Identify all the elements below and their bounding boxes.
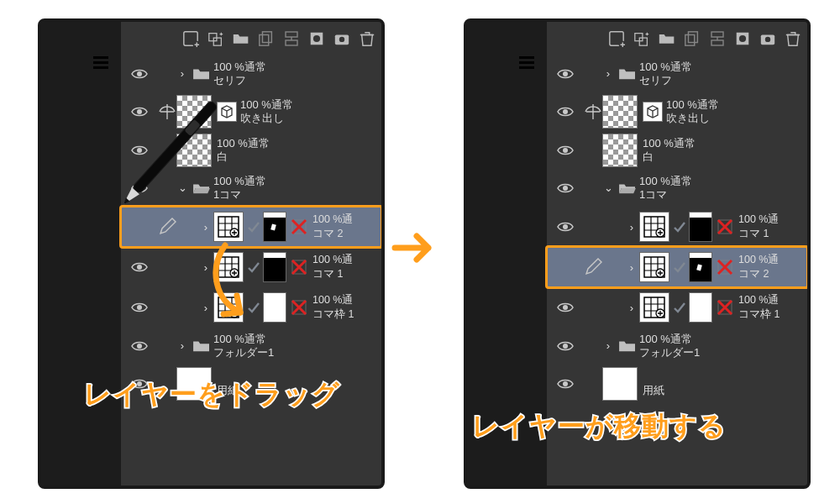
delete-button[interactable]: [356, 28, 378, 50]
mask-thumb: [689, 212, 712, 242]
new-layer-button[interactable]: [606, 28, 627, 50]
visibility-toggle[interactable]: [121, 106, 158, 118]
layer-name: コマ 1: [738, 227, 779, 241]
layer-row-folder1[interactable]: › 100 %通常フォルダー1: [547, 328, 807, 365]
mask-button[interactable]: [306, 28, 328, 50]
layer-panel-before: › 100 %通常セリフ 100 %通常吹き出し: [38, 18, 385, 489]
layer-row-paper[interactable]: .用紙: [547, 365, 807, 403]
duplicate-button[interactable]: [681, 28, 703, 50]
layer-name: 吹き出し: [240, 112, 293, 125]
caption-drag: レイヤーをドラッグ: [84, 376, 340, 413]
edit-indicator-icon: [584, 258, 602, 276]
mask-button[interactable]: [732, 28, 753, 50]
layer-blend: 100 %通: [738, 213, 779, 227]
visibility-toggle[interactable]: [121, 340, 158, 352]
layer-row-komawaku1[interactable]: › 100 %通コマ枠 1: [547, 287, 807, 328]
check-icon: [246, 220, 261, 234]
visibility-toggle[interactable]: [547, 106, 584, 118]
visibility-toggle[interactable]: [547, 182, 584, 194]
layer-row-koma2[interactable]: › 100 %通コマ 2: [121, 207, 381, 247]
frame-layer-icon: [639, 292, 669, 323]
chevron-down-icon[interactable]: ⌄: [602, 181, 614, 195]
layer-blend: 100 %通常: [639, 60, 692, 74]
layer-row-koma1[interactable]: › 100 %通コマ 1: [547, 207, 807, 247]
visibility-toggle[interactable]: [121, 144, 158, 156]
visibility-toggle[interactable]: [547, 68, 584, 80]
layer-row-balloon[interactable]: 100 %通常吹き出し: [547, 92, 807, 131]
layer-thumb: [602, 134, 638, 167]
chevron-right-icon[interactable]: ›: [200, 221, 212, 234]
panel-menu-button[interactable]: [517, 55, 536, 71]
layer-name: 1コマ: [213, 188, 266, 202]
chevron-right-icon[interactable]: ›: [176, 339, 188, 353]
mask-thumb: [263, 212, 286, 242]
layer-blend: 100 %通常: [639, 175, 692, 188]
layer-name: コマ 2: [312, 227, 353, 241]
new-folder-button[interactable]: [230, 28, 252, 50]
visibility-toggle[interactable]: [547, 378, 584, 390]
folder-icon: [616, 338, 639, 354]
ruler-icon[interactable]: [158, 104, 176, 119]
layer-name: コマ 1: [312, 267, 353, 281]
layer-row-serif[interactable]: › 100 %通常セリフ: [547, 55, 807, 92]
layer-row-koma1[interactable]: › 100 %通コマ 1: [121, 247, 381, 287]
layer-blend: 100 %通常: [666, 98, 719, 112]
layer-row-koma2[interactable]: › 100 %通コマ 2: [547, 247, 807, 287]
chevron-right-icon[interactable]: ›: [200, 261, 212, 274]
folder-icon: [616, 66, 639, 82]
layer-name: 用紙: [643, 384, 664, 397]
merge-button[interactable]: [706, 28, 728, 50]
ruler-icon[interactable]: [584, 104, 602, 119]
chevron-right-icon[interactable]: ›: [626, 261, 638, 274]
chevron-right-icon[interactable]: ›: [626, 221, 638, 234]
disabled-icon: [715, 217, 735, 237]
layer-row-white[interactable]: 100 %通常白: [121, 131, 381, 170]
chevron-right-icon[interactable]: ›: [602, 67, 614, 81]
mask-thumb: [689, 252, 712, 282]
layer-blend: 100 %通: [312, 213, 353, 227]
delete-button[interactable]: [782, 28, 804, 50]
disabled-icon: [715, 257, 735, 277]
new-group-button[interactable]: [631, 28, 653, 50]
panel-menu-button[interactable]: [92, 55, 110, 71]
chevron-right-icon[interactable]: ›: [626, 302, 638, 314]
layer-thumb: [176, 134, 212, 167]
duplicate-button[interactable]: [255, 28, 277, 50]
layer-row-folder1[interactable]: › 100 %通常フォルダー1: [121, 328, 381, 365]
disabled-icon: [289, 297, 309, 318]
chevron-down-icon[interactable]: ⌄: [176, 181, 188, 195]
folder-icon: [190, 338, 213, 354]
layer-blend: 100 %通常: [643, 137, 696, 150]
layer-row-white[interactable]: 100 %通常白: [547, 131, 807, 170]
mask-thumb: [263, 292, 286, 323]
layer-row-koma-group[interactable]: ⌄ 100 %通常1コマ: [121, 170, 381, 207]
layer-row-serif[interactable]: › 100 %通常セリフ: [121, 55, 381, 92]
folder-open-icon: [616, 180, 639, 197]
new-layer-button[interactable]: [180, 28, 202, 50]
chevron-right-icon[interactable]: ›: [200, 302, 212, 314]
camera-button[interactable]: [757, 28, 779, 50]
chevron-right-icon[interactable]: ›: [602, 339, 614, 353]
frame-layer-icon: [213, 252, 244, 282]
folder-icon: [190, 66, 213, 82]
panel-dark-gutter: [41, 22, 121, 486]
visibility-toggle[interactable]: [547, 221, 584, 233]
visibility-toggle[interactable]: [121, 182, 158, 194]
visibility-toggle[interactable]: [121, 302, 158, 313]
layer-row-komawaku1[interactable]: › 100 %通コマ枠 1: [121, 287, 381, 328]
new-group-button[interactable]: [205, 28, 227, 50]
layer-name: セリフ: [639, 74, 692, 87]
visibility-toggle[interactable]: [547, 302, 584, 313]
visibility-toggle[interactable]: [547, 340, 584, 352]
chevron-right-icon[interactable]: ›: [176, 67, 188, 81]
new-folder-button[interactable]: [656, 28, 678, 50]
layer-row-koma-group[interactable]: ⌄ 100 %通常1コマ: [547, 170, 807, 207]
layer-name: フォルダー1: [639, 346, 700, 360]
layer-row-balloon[interactable]: 100 %通常吹き出し: [121, 92, 381, 131]
object-layer-icon: [217, 102, 237, 122]
visibility-toggle[interactable]: [121, 68, 158, 80]
camera-button[interactable]: [331, 28, 353, 50]
visibility-toggle[interactable]: [121, 261, 158, 273]
merge-button[interactable]: [281, 28, 302, 50]
visibility-toggle[interactable]: [547, 144, 584, 156]
